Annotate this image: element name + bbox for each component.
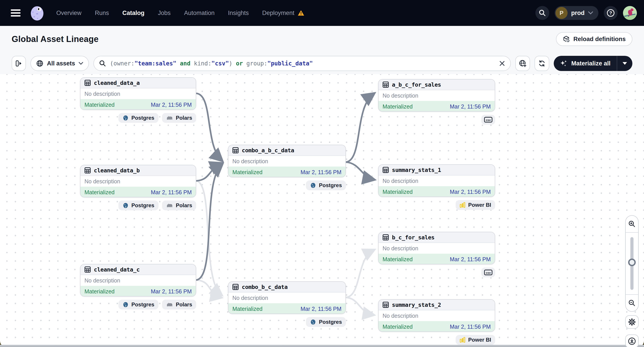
nav-item-insights[interactable]: Insights [228,9,249,16]
globe-add-icon[interactable] [515,56,530,71]
tag-postgres[interactable]: Postgres [306,317,346,327]
status-badge: Materialized [84,102,115,108]
tag-polars[interactable]: Polars [162,201,196,210]
tag-powerbi[interactable]: Power BI [456,200,495,210]
graph-settings-button[interactable] [625,315,639,329]
tag-csv[interactable]: csv [481,115,495,125]
status-badge: Materialized [232,306,262,312]
polars-icon [166,302,173,307]
tag-powerbi[interactable]: Power BI [456,335,495,345]
asset-tags-summary_stats_2: Power BI [378,335,495,345]
nav-item-jobs[interactable]: Jobs [158,9,171,16]
materialize-options-caret[interactable] [617,56,632,71]
materialize-all-button[interactable]: Materialize all [554,56,617,71]
materialization-timestamp[interactable]: Mar 2, 11:56 PM [450,324,491,330]
asset-name: a_b_c_for_sales [392,81,441,88]
asset-node-summary_stats_1[interactable]: summary_stats_1No descriptionMaterialize… [378,164,495,197]
materialization-timestamp[interactable]: Mar 2, 11:56 PM [450,103,491,110]
nav-item-runs[interactable]: Runs [95,9,109,16]
refresh-icon[interactable] [534,56,549,71]
asset-node-header: a_b_c_for_sales [378,79,495,90]
asset-node-cleaned_data_c[interactable]: cleaned_data_cNo descriptionMaterialized… [80,264,196,297]
reload-definitions-button[interactable]: Reload definitions [556,32,632,46]
nav-item-automation[interactable]: Automation [184,9,215,16]
menu-icon[interactable] [11,9,20,16]
asset-node-a_b_c_for_sales[interactable]: a_b_c_for_salesNo descriptionMaterialize… [378,79,495,112]
materialization-timestamp[interactable]: Mar 2, 11:56 PM [300,306,342,312]
asset-status-row: MaterializedMar 2, 11:56 PM [228,167,346,177]
asset-node-summary_stats_2[interactable]: summary_stats_2No descriptionMaterialize… [378,299,495,332]
postgres-icon [310,182,316,188]
materialization-timestamp[interactable]: Mar 2, 11:56 PM [450,256,491,263]
chevron-down-icon [79,62,83,65]
asset-description: No description [228,156,346,167]
asset-node-combo_b_c_data[interactable]: combo_b_c_dataNo descriptionMaterialized… [228,281,346,314]
tag-polars[interactable]: Polars [162,300,196,310]
asset-node-combo_a_b_c_data[interactable]: combo_a_b_c_dataNo descriptionMaterializ… [228,145,346,177]
powerbi-icon [460,337,466,343]
asset-status-row: MaterializedMar 2, 11:56 PM [378,101,495,112]
tag-label: Postgres [319,319,342,325]
materialization-timestamp[interactable]: Mar 2, 11:56 PM [300,169,342,176]
asset-filter-dropdown[interactable]: All assets [30,56,89,71]
table-icon [84,266,91,273]
asset-description: No description [378,176,495,186]
tag-polars[interactable]: Polars [162,113,196,123]
asset-search-input[interactable]: (owner:"team:sales" and kind:"csv") or g… [94,56,511,71]
zoom-in-icon[interactable] [626,216,638,233]
tag-postgres[interactable]: Postgres [118,300,158,310]
materialization-timestamp[interactable]: Mar 2, 11:56 PM [151,189,192,196]
zoom-controls [625,215,639,312]
asset-node-b_c_for_sales[interactable]: b_c_for_salesNo descriptionMaterializedM… [378,232,495,264]
top-nav: OverviewRunsCatalogJobsAutomationInsight… [0,0,644,26]
download-graph-button[interactable] [625,335,639,347]
nav-item-deployment[interactable]: Deployment [262,9,304,16]
nav-item-label: Jobs [158,9,171,16]
zoom-out-icon[interactable] [626,294,638,311]
tag-csv[interactable]: csv [481,268,495,277]
lineage-toolbar: All assets (owner:"team:sales" and kind:… [0,55,644,72]
asset-node-cleaned_data_b[interactable]: cleaned_data_bNo descriptionMaterialized… [80,165,196,197]
dagster-app: OverviewRunsCatalogJobsAutomationInsight… [0,0,644,347]
status-badge: Materialized [382,103,413,110]
table-icon [232,284,239,290]
search-icon[interactable] [536,6,549,20]
materialization-timestamp[interactable]: Mar 2, 11:56 PM [151,102,192,108]
asset-description: No description [80,88,196,99]
lineage-canvas[interactable]: cleaned_data_aNo descriptionMaterialized… [0,74,644,347]
tag-label: Polars [176,115,192,121]
asset-node-header: b_c_for_sales [378,232,495,243]
nav-item-overview[interactable]: Overview [56,9,82,16]
query-segment: "csv" [212,60,229,67]
nav-item-label: Automation [184,9,215,16]
tag-postgres[interactable]: Postgres [306,180,346,190]
materialization-timestamp[interactable]: Mar 2, 11:56 PM [151,288,192,295]
tag-label: Postgres [132,115,154,121]
help-icon[interactable]: ? [604,6,618,20]
reload-definitions-label: Reload definitions [574,36,626,43]
asset-tags-cleaned_data_a: PostgresPolars [80,113,196,123]
asset-tags-b_c_for_sales: csv [378,268,495,277]
tag-label: Polars [176,302,192,308]
open-panel-icon[interactable] [12,56,26,71]
environment-switcher[interactable]: P prod [554,6,598,20]
status-badge: Materialized [382,324,413,330]
asset-tags-summary_stats_1: Power BI [378,200,495,210]
clear-search-icon[interactable] [499,60,505,66]
edge-cleaned_data_c-combo_a_b_c_data [196,165,222,280]
materialization-timestamp[interactable]: Mar 2, 11:56 PM [450,189,491,195]
zoom-slider-thumb[interactable] [628,259,636,266]
edge-combo_a_b_c_data-a_b_c_for_sales [346,94,374,162]
user-avatar[interactable] [623,6,637,20]
chevron-down-icon [588,11,593,14]
query-segment: "team:sales" [134,60,176,67]
tag-postgres[interactable]: Postgres [118,201,158,210]
dagster-logo-icon[interactable] [30,5,45,20]
globe-icon [36,60,43,67]
tag-postgres[interactable]: Postgres [118,113,158,123]
edge-cleaned_data_c-combo_b_c_data [196,280,221,298]
asset-node-cleaned_data_a[interactable]: cleaned_data_aNo descriptionMaterialized… [80,77,196,110]
environment-initial: P [556,7,568,19]
page-title: Global Asset Lineage [12,34,98,44]
nav-item-catalog[interactable]: Catalog [122,9,144,16]
